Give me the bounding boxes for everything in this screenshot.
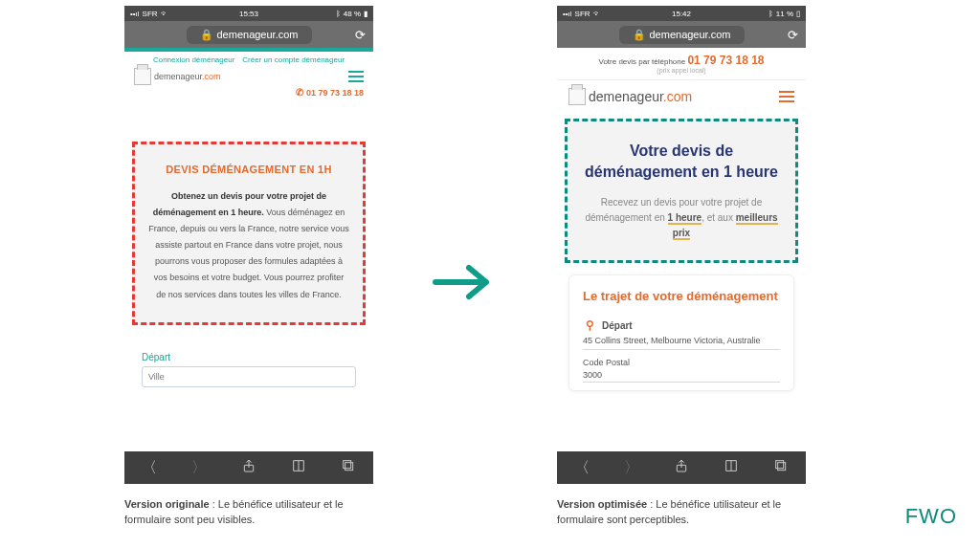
phone-original: ••ılSFRᯤ 15:53 ᛒ48 %▮ 🔒demenageur.com ⟳ …: [124, 6, 373, 484]
webpage-content: Votre devis par téléphone 01 79 73 18 18…: [557, 48, 806, 451]
city-input[interactable]: [142, 366, 356, 387]
battery: 11 %: [776, 10, 793, 18]
logo-text-a: demenageur: [154, 72, 202, 81]
menu-icon[interactable]: [348, 71, 364, 82]
bookmarks-icon[interactable]: [723, 458, 740, 477]
phone-number[interactable]: 01 79 73 18 18: [124, 87, 373, 103]
banner-sub: (prix appel local): [557, 67, 806, 74]
bluetooth-icon: ᛒ: [768, 10, 773, 18]
postal-input[interactable]: 3000: [583, 370, 780, 383]
site-logo[interactable]: demenageur.com: [568, 88, 692, 105]
hero-title: Votre devis de déménagement en 1 heure: [583, 141, 780, 182]
address-input[interactable]: 45 Collins Street, Melbourne Victoria, A…: [583, 336, 780, 350]
share-icon[interactable]: [673, 458, 690, 477]
phone-optimized: ••ılSFRᯤ 15:42 ᛒ11 %▯ 🔒demenageur.com ⟳ …: [557, 6, 806, 484]
forward-icon[interactable]: 〉: [623, 458, 640, 478]
signup-link[interactable]: Créer un compte déménageur: [242, 55, 345, 64]
departure-form: Départ: [124, 337, 373, 387]
clock: 15:42: [630, 10, 733, 18]
pin-icon: ⚲: [583, 318, 596, 332]
fwo-logo: FWO: [905, 504, 957, 529]
hero-title: DEVIS DÉMÉNAGEMENT EN 1H: [148, 164, 349, 175]
logo-text-b: .com: [202, 72, 221, 81]
signal-icon: ••ıl: [563, 10, 572, 18]
svg-rect-1: [345, 463, 353, 471]
reload-icon[interactable]: ⟳: [355, 28, 366, 42]
reload-icon[interactable]: ⟳: [788, 28, 798, 42]
svg-rect-4: [778, 463, 786, 471]
bluetooth-icon: ᛒ: [336, 10, 341, 18]
svg-rect-2: [344, 461, 351, 469]
hero-highlight-original: DEVIS DÉMÉNAGEMENT EN 1H Obtenez un devi…: [132, 142, 366, 325]
carrier: SFR: [143, 10, 158, 18]
back-icon[interactable]: 〈: [141, 458, 158, 478]
signal-icon: ••ıl: [130, 10, 140, 18]
box-icon: [134, 68, 151, 85]
depart-label: Départ: [602, 320, 633, 331]
caption-original: Version originale : Le bénéfice utilisat…: [124, 497, 392, 528]
lock-icon: 🔒: [200, 29, 213, 41]
route-card: Le trajet de votre déménagement ⚲ Départ…: [568, 274, 794, 391]
hero-text: Obtenez un devis pour votre projet de dé…: [148, 188, 349, 303]
lock-icon: 🔒: [633, 29, 646, 41]
wifi-icon: ᯤ: [161, 10, 168, 18]
status-bar: ••ılSFRᯤ 15:53 ᛒ48 %▮: [124, 6, 373, 21]
page-url: demenageur.com: [650, 29, 731, 40]
svg-rect-5: [776, 461, 784, 469]
box-icon: [568, 88, 586, 105]
tabs-icon[interactable]: [340, 458, 357, 477]
page-url: demenageur.com: [217, 29, 299, 40]
battery: 48 %: [344, 10, 361, 18]
wifi-icon: ᯤ: [593, 10, 601, 18]
depart-label: Départ: [142, 352, 356, 362]
back-icon[interactable]: 〈: [573, 458, 590, 478]
login-link[interactable]: Connexion déménageur: [153, 55, 234, 64]
battery-icon: ▮: [364, 10, 368, 18]
postal-label: Code Postal: [583, 358, 780, 367]
arrow-icon: [431, 258, 498, 310]
menu-icon[interactable]: [779, 91, 794, 102]
carrier: SFR: [575, 10, 590, 18]
site-logo[interactable]: demenageur.com: [134, 68, 221, 85]
bookmarks-icon[interactable]: [290, 458, 307, 477]
safari-toolbar: 〈 〉: [124, 451, 373, 484]
caption-optimized: Version optimisée : Le bénéfice utilisat…: [557, 497, 825, 528]
banner-pre: Votre devis par téléphone: [598, 57, 687, 66]
logo-text-b: .com: [663, 89, 692, 104]
safari-toolbar: 〈 〉: [557, 451, 806, 484]
clock: 15:53: [197, 10, 301, 18]
phone-banner: Votre devis par téléphone 01 79 73 18 18…: [557, 48, 806, 80]
status-bar: ••ılSFRᯤ 15:42 ᛒ11 %▯: [557, 6, 806, 21]
card-title: Le trajet de votre déménagement: [583, 289, 780, 305]
browser-url-bar[interactable]: 🔒demenageur.com ⟳: [557, 21, 806, 48]
forward-icon[interactable]: 〉: [190, 458, 208, 478]
tabs-icon[interactable]: [772, 458, 790, 477]
top-links: Connexion déménageur Créer un compte dém…: [124, 52, 373, 68]
share-icon[interactable]: [240, 458, 257, 477]
browser-url-bar[interactable]: 🔒demenageur.com ⟳: [124, 21, 373, 48]
logo-text-a: demenageur: [589, 89, 663, 104]
battery-icon: ▯: [796, 10, 800, 18]
webpage-content: Connexion déménageur Créer un compte dém…: [124, 48, 373, 451]
hero-highlight-optimized: Votre devis de déménagement en 1 heure R…: [565, 119, 798, 263]
banner-phone[interactable]: 01 79 73 18 18: [687, 54, 764, 67]
hero-text: Recevez un devis pour votre projet de dé…: [583, 195, 780, 241]
